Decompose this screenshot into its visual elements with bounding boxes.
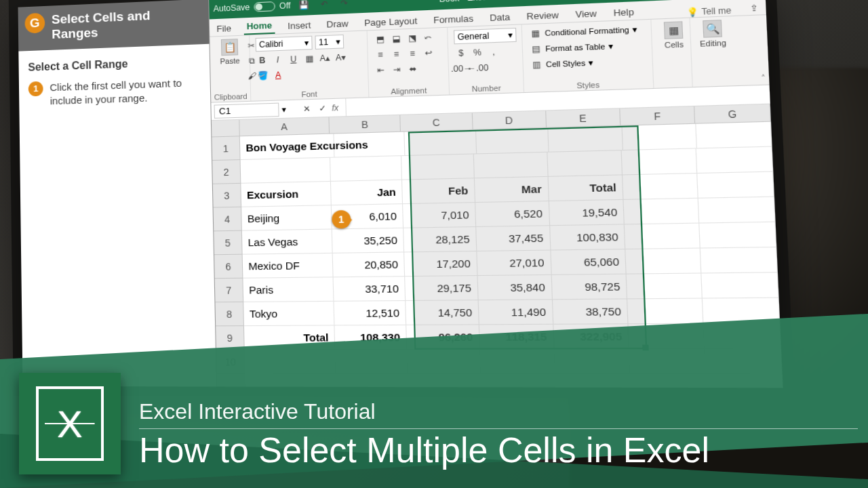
fx-icon[interactable]: fx [332,102,338,113]
fill-color-button[interactable]: 🪣 [256,69,269,82]
cell-C6[interactable]: 17,200 [404,251,477,276]
cell-B7[interactable]: 33,710 [334,277,406,301]
format-as-table-icon[interactable]: ▤ [528,43,542,56]
increase-decimal-icon[interactable]: .00→ [454,62,468,75]
cell-A3[interactable]: Excursion [241,182,332,207]
cell-B9[interactable]: 108,330 [335,325,408,349]
align-bottom-icon[interactable]: ⬔ [406,32,419,45]
cell-C4[interactable]: 7,010 [403,203,476,228]
row-7[interactable]: 7 [215,279,243,302]
cell-D6[interactable]: 27,010 [477,251,551,275]
orientation-icon[interactable]: ⤺ [421,31,435,44]
cell-F9[interactable] [629,324,705,348]
cell-F10[interactable] [629,349,705,373]
align-middle-icon[interactable]: ⬓ [389,33,403,45]
font-name-select[interactable]: Calibri▾ [256,36,313,52]
cell-A8[interactable]: Tokyo [243,302,334,325]
cell-F3[interactable] [623,174,698,199]
collapse-ribbon-icon[interactable]: ˄ [761,73,766,83]
decrease-font-icon[interactable]: A▾ [334,51,348,64]
accept-formula-icon[interactable]: ✓ [316,102,330,115]
cell-E2[interactable] [547,150,623,176]
format-as-table-button[interactable]: Format as Table [545,42,606,53]
align-right-icon[interactable]: ≡ [406,47,419,60]
cell-G2[interactable] [696,147,773,173]
conditional-formatting-button[interactable]: Conditional Formatting [545,26,629,37]
cell-C8[interactable]: 14,750 [406,300,479,325]
align-top-icon[interactable]: ⬒ [373,33,387,45]
font-color-button[interactable]: A [272,68,285,81]
cell-G9[interactable] [704,323,781,348]
cell-F7[interactable] [627,274,703,299]
cell-D10[interactable] [480,349,555,373]
cell-styles-button[interactable]: Cell Styles [546,59,586,69]
cell-B10[interactable] [336,350,408,373]
cell-D5[interactable]: 37,455 [476,226,551,251]
merge-center-icon[interactable]: ⬌ [406,62,420,75]
cell-E6[interactable]: 65,060 [551,249,627,274]
cell-G5[interactable] [699,222,776,248]
tab-home[interactable]: Home [243,20,275,35]
cell-A7[interactable]: Paris [243,277,334,302]
cell-B8[interactable]: 12,510 [334,301,406,325]
row-3[interactable]: 3 [213,184,241,208]
col-A[interactable]: A [239,117,330,136]
font-size-select[interactable]: 11▾ [315,35,344,49]
paste-button[interactable]: 📋 Paste [216,39,245,78]
cell-A1[interactable]: Bon Voyage Excursions [240,134,335,160]
row-5[interactable]: 5 [214,231,241,256]
cell-G3[interactable] [697,172,774,198]
undo-icon[interactable]: ↶ [317,0,330,11]
col-B[interactable]: B [330,115,401,134]
cell-C1[interactable] [404,130,477,155]
worksheet-grid[interactable]: A B C D E F G 1 2 3 4 5 6 7 8 9 [212,104,783,388]
row-1[interactable]: 1 [212,136,239,161]
conditional-formatting-icon[interactable]: ▦ [528,26,542,40]
cell-F8[interactable] [627,299,703,324]
cell-F4[interactable] [624,199,700,224]
name-box[interactable]: C1 [214,102,279,118]
cell-A5[interactable]: Las Vegas [242,229,333,253]
cell-B5[interactable]: 35,250 [332,228,404,253]
cell-G1[interactable] [696,122,772,148]
redo-icon[interactable]: ↷ [338,0,351,9]
autosave-toggle[interactable]: AutoSave Off [213,1,290,14]
cell-D4[interactable]: 6,520 [475,201,550,226]
cell-G7[interactable] [702,272,779,298]
row-4[interactable]: 4 [214,207,241,232]
cell-B2[interactable] [330,156,402,181]
cell-A4[interactable]: Beijing [241,205,332,230]
editing-button[interactable]: 🔍 Editing [696,20,730,62]
cell-F2[interactable] [622,148,697,174]
tab-draw[interactable]: Draw [323,18,351,32]
wrap-text-icon[interactable]: ↩ [422,46,435,59]
col-F[interactable]: F [620,106,696,125]
save-icon[interactable]: 💾 [298,0,311,12]
tab-review[interactable]: Review [524,9,562,24]
cell-A6[interactable]: Mexico DF [243,253,334,278]
tab-file[interactable]: File [214,23,234,36]
cell-G4[interactable] [698,197,776,223]
col-E[interactable]: E [546,108,621,127]
cell-E9[interactable]: 322,905 [553,324,629,348]
row-9[interactable]: 9 [216,326,244,350]
currency-icon[interactable]: $ [454,47,468,60]
col-D[interactable]: D [473,111,547,129]
tab-page-layout[interactable]: Page Layout [361,16,420,30]
border-button[interactable]: ▦ [302,52,315,65]
tab-data[interactable]: Data [486,12,513,25]
align-left-icon[interactable]: ≡ [374,48,387,61]
toggle-off-icon[interactable] [254,1,275,12]
underline-button[interactable]: U [287,53,300,66]
cell-C3[interactable]: Feb [402,178,475,203]
cell-A10[interactable] [245,350,336,373]
cell-styles-icon[interactable]: ▥ [529,58,543,72]
number-format-select[interactable]: General▾ [454,28,517,44]
cell-B3[interactable]: Jan [331,180,403,205]
cell-D2[interactable] [474,152,549,178]
align-center-icon[interactable]: ≡ [390,47,403,60]
cell-B1[interactable] [334,132,406,157]
cell-G10[interactable] [705,349,782,374]
cell-D3[interactable]: Mar [475,177,549,202]
tab-view[interactable]: View [572,8,600,22]
